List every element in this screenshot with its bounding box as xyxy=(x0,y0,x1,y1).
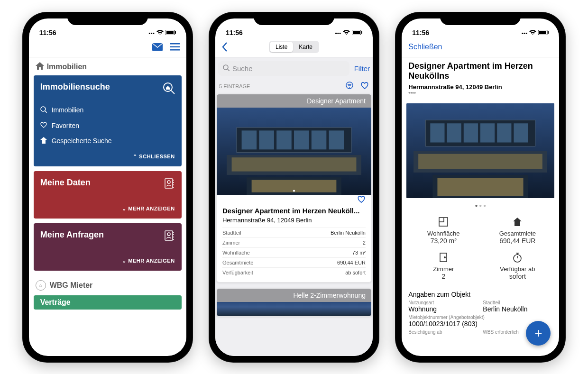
svg-rect-37 xyxy=(294,130,309,149)
mail-icon[interactable] xyxy=(152,43,163,51)
wbg-logo-icon: ⌂ xyxy=(36,280,46,291)
svg-rect-6 xyxy=(170,49,180,51)
svg-point-18 xyxy=(167,233,170,236)
fact-availability: Verfügbar ab sofort xyxy=(480,248,554,284)
card-immobiliensuche[interactable]: Immobiliensuche Immobilien Favoriten xyxy=(34,75,182,166)
svg-rect-41 xyxy=(232,157,357,171)
svg-point-44 xyxy=(293,190,295,192)
status-bar: 11:56 ▪▪▪ xyxy=(402,18,559,37)
svg-rect-36 xyxy=(276,130,292,149)
card-title: Verträge xyxy=(40,298,175,307)
svg-rect-35 xyxy=(259,130,274,149)
nav-bar: Liste Karte xyxy=(215,37,373,57)
card-item-favoriten[interactable]: Favoriten xyxy=(40,118,175,133)
svg-rect-5 xyxy=(170,46,180,48)
status-icons: ▪▪▪ xyxy=(335,30,362,36)
card-item-immobilien[interactable]: Immobilien xyxy=(40,102,175,118)
battery-icon xyxy=(352,30,362,36)
svg-rect-57 xyxy=(418,154,542,169)
listing-address: Hermannstraße 94, 12049 Berlin xyxy=(222,215,366,228)
signal-icon: ▪▪▪ xyxy=(148,30,155,36)
card-meine-daten[interactable]: Meine Daten ⌄ MEHR ANZEIGEN xyxy=(34,171,182,219)
card-item-label: Gespeicherte Suche xyxy=(52,137,112,145)
contacts-icon xyxy=(164,178,175,191)
card-vertraege[interactable]: Verträge xyxy=(34,295,182,310)
card-meine-anfragen[interactable]: Meine Anfragen ⌄ MEHR ANZEIGEN xyxy=(34,223,182,271)
stopwatch-icon xyxy=(512,252,523,263)
svg-rect-59 xyxy=(438,178,524,196)
add-fab-button[interactable]: + xyxy=(526,321,551,346)
kv-row: StadtteilBerlin Neukölln xyxy=(222,228,366,237)
listing-image[interactable] xyxy=(217,108,371,191)
detail-image[interactable] xyxy=(406,103,554,198)
obj-usage: Nutzungsart Wohnung xyxy=(408,300,478,313)
nav-bar: Schließen xyxy=(402,37,559,57)
favorite-icon[interactable] xyxy=(360,82,369,91)
status-time: 11:56 xyxy=(412,29,429,36)
search-icon xyxy=(223,64,230,73)
wifi-icon xyxy=(529,30,536,36)
phone-frame-3: 11:56 ▪▪▪ Schließen Designer Apartment i… xyxy=(395,12,566,363)
wifi-icon xyxy=(343,30,350,36)
saved-search-icon xyxy=(40,137,47,145)
fact-rent: Gesamtmiete 690,44 EUR xyxy=(480,213,554,248)
detail-address: Hermannstraße 94, 12049 Berlin xyxy=(408,83,552,91)
search-icon xyxy=(40,106,47,114)
kv-row: Gesamtmiete690,44 EUR xyxy=(222,257,366,267)
signal-icon: ▪▪▪ xyxy=(335,30,341,36)
svg-line-8 xyxy=(171,91,175,94)
svg-rect-4 xyxy=(170,43,180,45)
wifi-icon xyxy=(156,30,164,36)
listing-image[interactable] xyxy=(217,302,371,316)
listing-badge: Helle 2-Zimmerwohnung xyxy=(217,289,371,302)
sort-icon[interactable] xyxy=(345,82,354,91)
status-icons: ▪▪▪ xyxy=(522,30,549,36)
filter-button[interactable]: Filter xyxy=(354,64,370,73)
svg-rect-24 xyxy=(353,31,360,34)
contacts-icon xyxy=(164,230,175,243)
svg-rect-2 xyxy=(175,31,176,34)
listing-badge: Designer Apartment xyxy=(217,94,371,108)
svg-line-10 xyxy=(45,111,47,113)
svg-rect-34 xyxy=(242,130,257,149)
listing-card[interactable]: Helle 2-Zimmerwohnung xyxy=(216,288,372,317)
svg-rect-55 xyxy=(514,123,528,142)
menu-icon[interactable] xyxy=(170,43,180,51)
rating-stars: **** xyxy=(408,91,552,97)
svg-rect-51 xyxy=(447,123,461,142)
svg-point-64 xyxy=(444,256,445,257)
chevron-up-icon: ⌃ xyxy=(133,154,138,160)
svg-rect-38 xyxy=(312,130,327,149)
card-item-label: Favoriten xyxy=(52,122,79,129)
section-header-immobilien: Immobilien xyxy=(34,57,182,75)
tab-karte[interactable]: Karte xyxy=(293,42,318,52)
tab-liste[interactable]: Liste xyxy=(270,42,293,52)
card-collapse-button[interactable]: ⌃ SCHLIESSEN xyxy=(40,154,175,160)
card-item-label: Immobilien xyxy=(52,106,84,114)
status-time: 11:56 xyxy=(226,29,243,36)
svg-rect-1 xyxy=(166,31,174,34)
listing-card[interactable]: Designer Apartment xyxy=(216,94,372,283)
status-icons: ▪▪▪ xyxy=(148,30,176,36)
card-title: Meine Daten xyxy=(40,178,175,188)
svg-point-26 xyxy=(223,65,228,70)
obj-visit: Besichtigung ab xyxy=(408,329,478,335)
card-item-gespeicherte-suche[interactable]: Gespeicherte Suche xyxy=(40,133,175,149)
search-input[interactable]: Suche xyxy=(218,61,349,76)
back-button[interactable] xyxy=(222,42,228,52)
listing-title: Designer Apartment im Herzen Neuköll... xyxy=(222,207,366,215)
svg-rect-54 xyxy=(497,123,512,142)
battery-icon xyxy=(538,30,549,36)
image-pagination[interactable]: ● ● ● xyxy=(402,201,559,210)
nav-bar xyxy=(29,37,186,57)
signal-icon: ▪▪▪ xyxy=(522,30,528,36)
kv-row: Wohnfläche73 m² xyxy=(222,247,366,257)
close-button[interactable]: Schließen xyxy=(408,43,442,51)
screen-detail: 11:56 ▪▪▪ Schließen Designer Apartment i… xyxy=(402,18,559,356)
card-expand-button[interactable]: ⌄ MEHR ANZEIGEN xyxy=(40,206,175,212)
chevron-down-icon: ⌄ xyxy=(122,258,127,264)
house-icon xyxy=(512,217,523,227)
favorite-button[interactable] xyxy=(222,195,366,207)
card-expand-button[interactable]: ⌄ MEHR ANZEIGEN xyxy=(40,258,175,264)
svg-rect-25 xyxy=(361,31,362,34)
